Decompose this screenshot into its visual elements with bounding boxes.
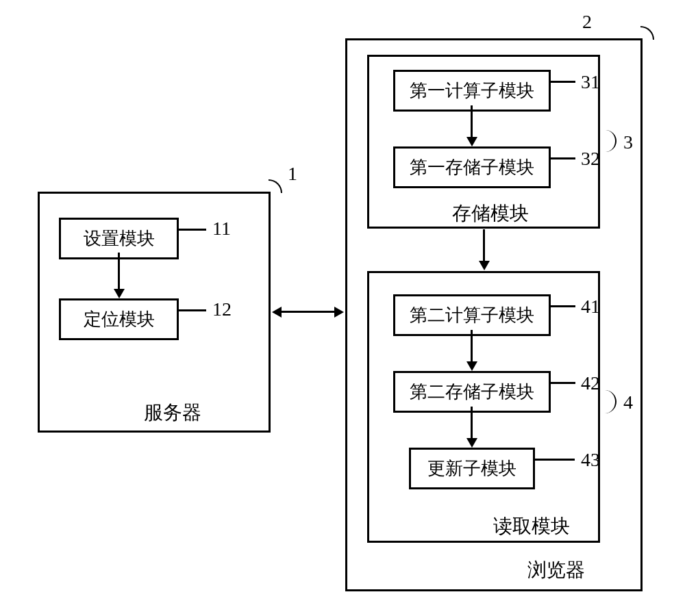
arrow-3-4 [483,229,485,262]
browser-title: 浏览器 [527,557,585,583]
arrow-41-42-head [466,361,477,371]
storage-sub1-label: 第一计算子模块 [410,81,534,101]
read-sub1-label: 第二计算子模块 [410,305,534,325]
read-sub3: 更新子模块 [409,448,535,489]
arrow-31-32-head [466,137,477,146]
diagram-canvas: 服务器 1 设置模块 11 定位模块 12 浏览器 2 存储模块 3 第一计算子… [0,0,685,616]
arrow-11-12 [118,253,120,290]
server-num: 1 [288,163,297,185]
arrow-3-4-head [479,261,490,270]
locate-module: 定位模块 [59,298,179,340]
arrow-42-43-head [466,438,477,448]
storage-num: 3 [623,131,633,153]
storage-sub2-num: 32 [581,148,600,170]
bidir-line [281,311,336,313]
storage-sub2-line [551,157,575,159]
locate-num: 12 [212,298,232,320]
read-num: 4 [623,392,633,413]
storage-sub1-num: 31 [581,71,600,93]
browser-num: 2 [582,11,592,33]
storage-title: 存储模块 [452,201,529,227]
browser-num-hook [640,26,654,40]
bidir-head-right [334,307,344,318]
read-sub2-num: 42 [581,372,600,394]
storage-sub1-line [551,81,575,83]
bidir-head-left [272,307,282,318]
settings-num-line [179,229,206,231]
arrow-42-43 [471,407,473,439]
read-sub3-label: 更新子模块 [427,459,516,478]
read-sub3-line [535,459,575,461]
read-sub2-line [551,382,575,384]
read-sub1-num: 41 [581,296,600,318]
arrow-41-42 [471,330,473,363]
arrow-31-32 [471,105,473,138]
read-sub1-line [551,305,575,307]
arrow-11-12-head [114,289,125,298]
locate-label: 定位模块 [84,309,155,329]
storage-sub2: 第一存储子模块 [393,146,551,188]
read-sub2-label: 第二存储子模块 [410,382,534,402]
server-num-hook [269,179,282,193]
storage-sub2-label: 第一存储子模块 [410,157,534,177]
settings-label: 设置模块 [84,229,155,248]
locate-num-line [179,309,206,311]
read-sub3-num: 43 [581,449,600,471]
settings-num: 11 [212,218,231,240]
server-title: 服务器 [144,400,201,426]
read-title: 读取模块 [493,513,570,539]
